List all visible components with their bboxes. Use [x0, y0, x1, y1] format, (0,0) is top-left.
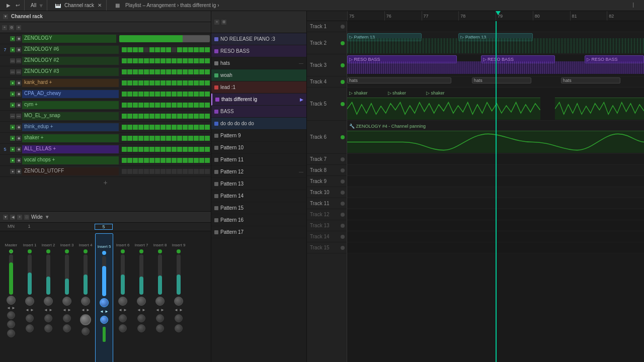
- pad[interactable]: [149, 114, 154, 119]
- knob-small[interactable]: [26, 314, 34, 322]
- pad[interactable]: [172, 114, 177, 119]
- pad[interactable]: [205, 69, 210, 74]
- pad[interactable]: [160, 80, 166, 85]
- knob-small[interactable]: [175, 314, 183, 322]
- pad[interactable]: [205, 147, 210, 152]
- pad[interactable]: [188, 136, 193, 141]
- pad[interactable]: [172, 147, 177, 152]
- pad[interactable]: [122, 147, 127, 152]
- mute-btn[interactable]: ●: [10, 136, 15, 141]
- pad[interactable]: [160, 125, 166, 130]
- pad[interactable]: [177, 69, 182, 74]
- pad[interactable]: [155, 103, 160, 108]
- pad[interactable]: [133, 103, 138, 108]
- mute-btn[interactable]: —: [10, 114, 15, 119]
- pad[interactable]: [194, 158, 199, 163]
- pad[interactable]: [166, 69, 171, 74]
- pad[interactable]: [127, 103, 132, 108]
- pad[interactable]: [199, 136, 204, 141]
- pad[interactable]: [122, 58, 127, 63]
- pad[interactable]: [155, 136, 160, 141]
- pad[interactable]: [205, 80, 210, 85]
- pad[interactable]: [133, 125, 138, 130]
- pad[interactable]: [133, 47, 138, 52]
- pad[interactable]: [199, 80, 204, 85]
- pad[interactable]: [177, 147, 182, 152]
- channel-name[interactable]: ZENOLOGY: [22, 35, 116, 43]
- pad[interactable]: [166, 80, 171, 85]
- eq-knob[interactable]: [7, 320, 15, 328]
- pad[interactable]: [144, 147, 149, 152]
- solo-btn[interactable]: ◆: [16, 92, 21, 97]
- pad[interactable]: [172, 47, 177, 52]
- solo-btn[interactable]: —: [16, 114, 21, 119]
- pad[interactable]: [194, 69, 199, 74]
- pad[interactable]: [194, 114, 199, 119]
- pad[interactable]: [155, 125, 160, 130]
- pad[interactable]: [127, 114, 132, 119]
- pad[interactable]: [172, 103, 177, 108]
- knob[interactable]: [118, 297, 127, 306]
- pad[interactable]: [138, 158, 143, 163]
- pad[interactable]: [138, 58, 143, 63]
- channel-name[interactable]: ZENOLOGY #3: [22, 68, 119, 76]
- list-item[interactable]: Pattern 11: [211, 154, 306, 166]
- playlist-icon[interactable]: ▦: [114, 2, 121, 9]
- mute-btn[interactable]: ●: [10, 47, 15, 52]
- solo-btn[interactable]: ◆: [16, 158, 21, 163]
- pad[interactable]: [199, 58, 204, 63]
- knob[interactable]: [44, 297, 53, 306]
- pad[interactable]: [166, 58, 171, 63]
- pad[interactable]: [194, 169, 199, 174]
- pad[interactable]: [144, 114, 149, 119]
- pad[interactable]: [166, 125, 171, 130]
- channel-name[interactable]: ZENOLOGY #2: [22, 57, 119, 65]
- pad[interactable]: [205, 114, 210, 119]
- pad[interactable]: [122, 169, 127, 174]
- pad[interactable]: [138, 103, 143, 108]
- channel-name[interactable]: vocal chops +: [22, 156, 119, 164]
- solo-btn[interactable]: —: [16, 69, 21, 74]
- pad[interactable]: [177, 80, 182, 85]
- list-item[interactable]: do do do do do: [211, 118, 306, 130]
- knob-small[interactable]: [156, 314, 164, 322]
- pad[interactable]: [122, 125, 127, 130]
- pad[interactable]: [188, 158, 193, 163]
- pad[interactable]: [160, 147, 166, 152]
- pad[interactable]: [183, 103, 188, 108]
- pad[interactable]: [122, 69, 127, 74]
- pad[interactable]: [138, 147, 143, 152]
- solo-btn[interactable]: ◆: [16, 147, 21, 152]
- pad[interactable]: [160, 58, 166, 63]
- knob[interactable]: [7, 296, 16, 305]
- pad[interactable]: [127, 136, 132, 141]
- list-item[interactable]: woah: [211, 69, 306, 81]
- knob-small[interactable]: [44, 314, 52, 322]
- knob-small[interactable]: [63, 314, 71, 322]
- pad[interactable]: [194, 125, 199, 130]
- channel-name[interactable]: ZENOLD_UTOFF: [22, 167, 119, 175]
- knob-small[interactable]: [175, 324, 183, 332]
- cr-tool-3[interactable]: ≡: [16, 25, 21, 30]
- solo-btn[interactable]: ◆: [16, 80, 21, 85]
- knob[interactable]: [174, 297, 183, 306]
- pad[interactable]: [166, 92, 171, 97]
- pad[interactable]: [122, 136, 127, 141]
- pad[interactable]: [199, 92, 204, 97]
- pad[interactable]: [199, 114, 204, 119]
- play-button[interactable]: ▶: [5, 2, 12, 9]
- pad[interactable]: [172, 58, 177, 63]
- pad[interactable]: [149, 47, 154, 52]
- list-item[interactable]: Pattern 14: [211, 190, 306, 202]
- mute-btn[interactable]: ●: [10, 125, 15, 130]
- cr-tool-2[interactable]: ⚙: [9, 25, 14, 30]
- pad[interactable]: [138, 47, 143, 52]
- pad[interactable]: [199, 125, 204, 130]
- knob-small[interactable]: [44, 324, 52, 332]
- pad[interactable]: [172, 125, 177, 130]
- list-item[interactable]: Pattern 15: [211, 202, 306, 214]
- pad[interactable]: [183, 125, 188, 130]
- pad[interactable]: [160, 103, 166, 108]
- pad[interactable]: [205, 158, 210, 163]
- solo-btn[interactable]: ◆: [16, 36, 21, 41]
